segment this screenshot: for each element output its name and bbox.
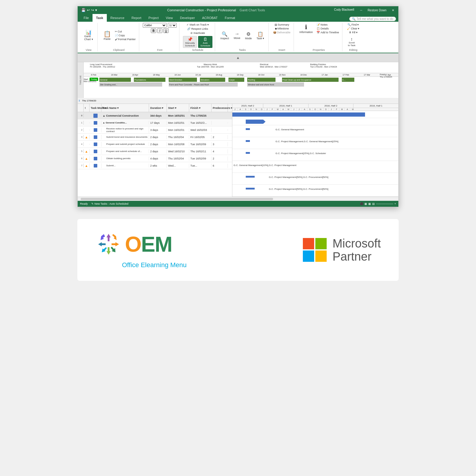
timeline-months: 6 Feb 16 Mar 16 Apr 16 May 16 Jun 16 Jul… (84, 73, 398, 77)
inactivate-btn[interactable]: ⊘ Inactivate (190, 31, 206, 35)
row-1-start: Mon 16/02/01 (167, 121, 189, 125)
scroll-to-task-btn[interactable]: ↕ Scrollto Task (346, 36, 357, 47)
mode-btn[interactable]: ⚙ Mode (243, 31, 254, 40)
th-duration[interactable]: Duration ▾ (149, 104, 167, 112)
copy-btn[interactable]: 📄 Copy (114, 34, 137, 37)
mark-on-track-btn[interactable]: ✓ Mark on Track ▾ (186, 23, 210, 26)
status-bar: Ready ✎ New Tasks : Auto Scheduled ⬛ ▦ ▦… (78, 201, 398, 207)
manually-schedule-btn[interactable]: 📌 ManuallySchedule (183, 36, 197, 48)
timeline-bar-label-4: Building FinishesTue 17/01/03 - Mon 17/0… (310, 63, 337, 68)
table-row[interactable]: 6 ▲ Obtain building permits 4 days Thu 1… (78, 155, 232, 162)
paste-label: Paste (104, 37, 111, 40)
add-to-timeline-btn[interactable]: 📅 Add to Timeline (316, 31, 340, 34)
font-select[interactable]: Calibri (143, 23, 167, 28)
undo-qat-btn[interactable]: ↩ (87, 8, 90, 12)
tab-project[interactable]: Project (145, 14, 162, 22)
gantt-chart-btn[interactable]: 📊 GanttChart ▾ (82, 29, 95, 41)
underline-btn[interactable]: U (163, 28, 169, 33)
search-icon: 🔍 (352, 17, 356, 21)
month-a1: A (238, 108, 243, 111)
row-5-duration: 2 days (149, 149, 167, 154)
tab-view[interactable]: View (162, 14, 176, 22)
task-btn[interactable]: 📋 Task ▾ (255, 31, 266, 40)
collapse-bar[interactable]: ▲ (78, 53, 398, 62)
ribbon-group-schedule: ✓ Mark on Track ▾ 🔗 Respect Links ⊘ Inac… (181, 23, 215, 51)
paste-btn[interactable]: 📋 Paste (101, 30, 113, 41)
notes-btn[interactable]: 📝 Notes (316, 23, 340, 26)
move-btn[interactable]: → Move (232, 31, 242, 40)
th-taskname[interactable]: Task Name ▾ (101, 104, 149, 112)
cut-btn[interactable]: ✂ Cut (114, 30, 137, 33)
oem-tagline: Office Elearning Menu (95, 261, 187, 269)
month-a4: A (345, 108, 350, 111)
tab-file[interactable]: File (80, 14, 93, 22)
inspect-btn[interactable]: 🔍 Inspect (219, 31, 231, 40)
deliverable-btn[interactable]: 📦 Deliverable (272, 31, 291, 34)
timeline-sidebar: TIMELINE (78, 62, 84, 98)
more-qat-btn[interactable]: ▾ (95, 8, 97, 12)
view-buttons: 📊 GanttChart ▾ (82, 23, 95, 48)
table-row[interactable]: 0 ▲ Commercial Construction 344 days Mon… (78, 112, 232, 119)
minimize-btn[interactable]: ─ (358, 8, 364, 12)
respect-links-btn[interactable]: 🔗 Respect Links (186, 27, 209, 31)
month-label-7: 16 Aug (216, 74, 222, 76)
timeline-task-foundations: Foundations (134, 78, 165, 82)
row-3-warning: ▲ (84, 135, 90, 140)
oem-m: M (155, 232, 172, 256)
th-start[interactable]: Start ▾ (167, 104, 189, 112)
th-finish[interactable]: Finish ▾ (189, 104, 212, 112)
timeline-bar-label-1: Long Lead ProcurementFri 16/02/05 - Thu … (90, 63, 115, 68)
title-bar-left: 💾 ↩ ↪ ▾ (80, 8, 98, 12)
status-icon-3: ▦ (368, 202, 371, 205)
clear-btn[interactable]: 🧹 Clear ▾ (346, 27, 360, 30)
row-7-duration: 2 wks (149, 164, 167, 168)
details-btn[interactable]: 📋 Details (316, 27, 340, 30)
title-bar-center: Commercial Construction - Project Profes… (167, 8, 265, 12)
title-bar: 💾 ↩ ↪ ▾ Commercial Construction - Projec… (78, 6, 398, 14)
summary-btn[interactable]: ▤ Summary (274, 23, 290, 26)
tab-acrobat[interactable]: ACROBAT (198, 14, 221, 22)
month-f1: F (270, 108, 275, 111)
tab-report[interactable]: Report (128, 14, 145, 22)
restore-btn[interactable]: Restore Down (366, 8, 388, 12)
format-painter-btn[interactable]: 🖌 Format Painter (114, 37, 137, 41)
table-row[interactable]: 7 ▲ Submit... 2 wks Wed... Tue... 6 (78, 162, 232, 169)
table-row[interactable]: 1 ▲ General Conditio... 17 days Mon 16/0… (78, 119, 232, 126)
row-num-5: 5 (78, 149, 84, 153)
table-row[interactable]: 5 ▲ Prepare and submit schedule of... 2 … (78, 148, 232, 155)
tab-format[interactable]: Format (221, 14, 239, 22)
fill-btn[interactable]: ⬇ Fill ▾ (348, 31, 358, 34)
scroll-bar[interactable] (78, 197, 398, 201)
tab-task[interactable]: Task (93, 14, 107, 22)
row-3-taskname: Submit bond and insurance documents (101, 135, 149, 139)
gantt-row-3: G.C. Project Management,G.C. General Man… (232, 137, 398, 149)
close-btn[interactable]: ✕ (390, 8, 396, 12)
row-2-taskname: Receive notice to proceed and sign contr… (101, 127, 149, 133)
auto-schedule-btn[interactable]: 🗓 AutoSchedule (198, 36, 212, 48)
table-row[interactable]: 4 Prepare and submit project schedule 2 … (78, 141, 232, 148)
save-qat-btn[interactable]: 💾 (81, 8, 86, 12)
month-label-9: 16 Oct (258, 74, 264, 76)
scroll-thumb[interactable] (81, 198, 273, 200)
row-4-finish: Tue 16/02/09 (189, 142, 212, 146)
tab-resource[interactable]: Resource (107, 14, 128, 22)
bold-btn[interactable]: B (151, 28, 156, 33)
th-taskmode[interactable]: Task Mode ▾ (90, 104, 101, 112)
font-size-select[interactable]: 12 (168, 23, 177, 28)
redo-qat-btn[interactable]: ↪ (91, 8, 94, 12)
milestone-btn[interactable]: ◆ Milestone (274, 27, 290, 30)
th-predecessors[interactable]: Predecessors ▾ (212, 104, 228, 112)
table-header: ! Task Mode ▾ Task Name ▾ Duration ▾ Sta… (78, 104, 232, 112)
information-btn[interactable]: ℹ Information (298, 23, 314, 34)
tell-me-bar[interactable]: 🔍 Tell me what you want to do (349, 17, 396, 21)
status-new-tasks: ✎ New Tasks : Auto Scheduled (91, 202, 128, 205)
tab-developer[interactable]: Developer (176, 14, 198, 22)
table-row[interactable]: 2 Receive notice to proceed and sign con… (78, 126, 232, 134)
month-label-4: 16 May (153, 74, 160, 76)
italic-btn[interactable]: I (157, 28, 162, 33)
find-btn[interactable]: 🔍 Find ▾ (347, 23, 360, 26)
timeline-task-co: C... (342, 78, 354, 82)
table-row[interactable]: 3 ▲ Submit bond and insurance documents … (78, 134, 232, 141)
gantt-row-2: G.C. General Management (232, 125, 398, 137)
ribbon-group-view: 📊 GanttChart ▾ View (80, 23, 98, 51)
